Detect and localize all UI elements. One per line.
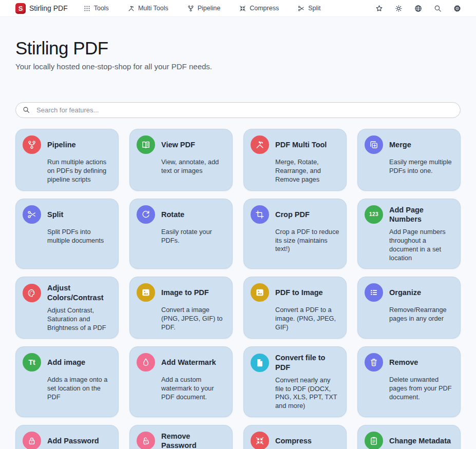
view-pdf-card[interactable]: View PDF View, annotate, add text or ima… (129, 129, 233, 191)
page-title: Stirling PDF (15, 38, 461, 58)
card-description: Easily merge multiple PDFs into one. (389, 158, 454, 175)
card-description: Convert a image (PNG, JPEG, GIF) to PDF. (161, 306, 226, 332)
card-title: Convert file to PDF (275, 353, 340, 372)
split-card[interactable]: Split Split PDFs into multiple documents (15, 199, 119, 269)
card-description: Adjust Contrast, Saturation and Brightne… (47, 306, 112, 333)
remove-card[interactable]: Remove Delete unwanted pages from your P… (357, 346, 461, 417)
search-button[interactable] (433, 4, 442, 13)
trash-icon (365, 353, 383, 372)
organize-card[interactable]: Organize Remove/Rearrange pages in any o… (357, 277, 461, 339)
rotate-card[interactable]: Rotate Easily rotate your PDFs. (129, 199, 233, 269)
bullet-list-icon (365, 283, 383, 302)
hammer-wrench-icon (127, 5, 135, 12)
pdf-to-image-card[interactable]: PDF to Image Convert a PDF to a image. (… (243, 277, 347, 339)
merge-pages-icon (365, 135, 383, 154)
image-icon (137, 283, 155, 302)
remove-password-card[interactable]: Remove Password Remove password protecti… (129, 425, 233, 449)
adjust-colors-contrast-card[interactable]: Adjust Colors/Contrast Adjust Contrast, … (15, 277, 119, 339)
card-description: View, annotate, add text or images (161, 158, 226, 175)
search-input[interactable] (15, 102, 461, 118)
card-title: Add Page Numbers (389, 205, 454, 224)
globe-icon (414, 4, 423, 13)
brand-label: Stirling PDF (29, 4, 68, 12)
language-button[interactable] (414, 4, 423, 13)
crop-pdf-card[interactable]: Crop PDF Crop a PDF to reduce its size (… (243, 199, 347, 269)
sun-icon (394, 4, 403, 13)
change-metadata-card[interactable]: Change Metadata Change/Remove/Add metada… (357, 425, 461, 449)
brand[interactable]: S Stirling PDF (15, 3, 68, 14)
card-title: Pipeline (47, 140, 76, 149)
card-title: Adjust Colors/Contrast (47, 283, 112, 302)
search-icon (433, 4, 442, 13)
card-title: Remove (389, 358, 418, 367)
nav-item-pipeline[interactable]: Pipeline (187, 5, 220, 12)
card-description: Convert a PDF to a image. (PNG, JPEG, GI… (275, 306, 340, 332)
add-watermark-card[interactable]: Add Watermark Add a custom watermark to … (129, 346, 233, 417)
pipeline-icon (187, 5, 195, 12)
scissors-icon (23, 205, 41, 224)
nav-item-label: Multi Tools (138, 5, 168, 12)
top-navbar: S Stirling PDF Tools Multi Tools Pipelin… (0, 0, 476, 17)
card-description: Remove/Rearrange pages in any order (389, 306, 454, 323)
nav-menu: Tools Multi Tools Pipeline Compress Spli… (83, 5, 321, 12)
card-title: Merge (389, 140, 411, 149)
feature-grid: Pipeline Run multiple actions on PDFs by… (15, 129, 461, 449)
crop-icon (251, 205, 269, 224)
card-title: Image to PDF (161, 288, 209, 297)
card-title: Remove Password (161, 432, 226, 449)
convert-file-to-pdf-card[interactable]: Convert file to PDF Convert nearly any f… (243, 346, 347, 417)
card-description: Run multiple actions on PDFs by defining… (47, 158, 112, 184)
favorites-button[interactable] (375, 4, 384, 13)
nav-item-split[interactable]: Split (297, 5, 320, 12)
card-title: Split (47, 210, 63, 219)
card-description: Add a custom watermark to your PDF docum… (161, 376, 226, 402)
card-title: Add image (47, 358, 85, 367)
card-title: Compress (275, 436, 312, 445)
nav-item-compress[interactable]: Compress (239, 5, 279, 12)
card-title: Rotate (161, 210, 184, 219)
compress-card[interactable]: Compress Compress PDFs to reduce their f… (243, 425, 347, 449)
card-title: View PDF (161, 140, 195, 149)
nav-item-tools[interactable]: Tools (83, 5, 109, 12)
card-description: Add Page numbers throughout a document i… (389, 228, 454, 263)
rotate-arrow-icon (137, 205, 155, 224)
clipboard-icon (365, 432, 383, 449)
grid-icon (83, 5, 91, 12)
nav-item-label: Compress (250, 5, 279, 12)
card-description: Crop a PDF to reduce its size (maintains… (275, 228, 340, 254)
image-icon (251, 283, 269, 302)
water-drop-icon (137, 353, 155, 372)
card-description: Adds a image onto a set location on the … (47, 376, 112, 402)
card-title: PDF to Image (275, 288, 323, 297)
card-description: Easily rotate your PDFs. (161, 228, 226, 245)
nav-item-multi-tools[interactable]: Multi Tools (127, 5, 168, 12)
main-content: Stirling PDF Your locally hosted one-sto… (0, 38, 476, 449)
nav-item-label: Tools (94, 5, 109, 12)
nav-item-label: Split (308, 5, 320, 12)
theme-toggle-button[interactable] (394, 4, 403, 13)
pdf-multi-tool-card[interactable]: PDF Multi Tool Merge, Rotate, Rearrange,… (243, 129, 347, 191)
page-subtitle: Your locally hosted one-stop-shop for al… (15, 62, 461, 71)
add-image-card[interactable]: Tt Add image Adds a image onto a set loc… (15, 346, 119, 417)
nav-item-label: Pipeline (198, 5, 220, 12)
card-title: Crop PDF (275, 210, 310, 219)
card-description: Delete unwanted pages from your PDF docu… (389, 376, 454, 402)
pipeline-card[interactable]: Pipeline Run multiple actions on PDFs by… (15, 129, 119, 191)
settings-button[interactable] (453, 4, 462, 13)
compress-arrows-icon (239, 5, 246, 12)
hammer-wrench-icon (251, 135, 269, 154)
merge-card[interactable]: Merge Easily merge multiple PDFs into on… (357, 129, 461, 191)
file-document-icon (251, 354, 269, 372)
pipeline-icon (23, 135, 41, 154)
card-title: Change Metadata (389, 436, 451, 445)
scissors-icon (297, 5, 305, 12)
lock-closed-icon (23, 432, 41, 449)
add-page-numbers-card[interactable]: 123 Add Page Numbers Add Page numbers th… (357, 199, 461, 269)
open-book-icon (137, 135, 155, 154)
card-description: Convert nearly any file to PDF (DOCX, PN… (275, 376, 340, 411)
add-password-card[interactable]: Add Password Encrypt your PDF document w… (15, 425, 119, 449)
palette-icon (23, 284, 41, 302)
star-icon (375, 4, 384, 13)
gear-icon (453, 4, 462, 13)
image-to-pdf-card[interactable]: Image to PDF Convert a image (PNG, JPEG,… (129, 277, 233, 339)
